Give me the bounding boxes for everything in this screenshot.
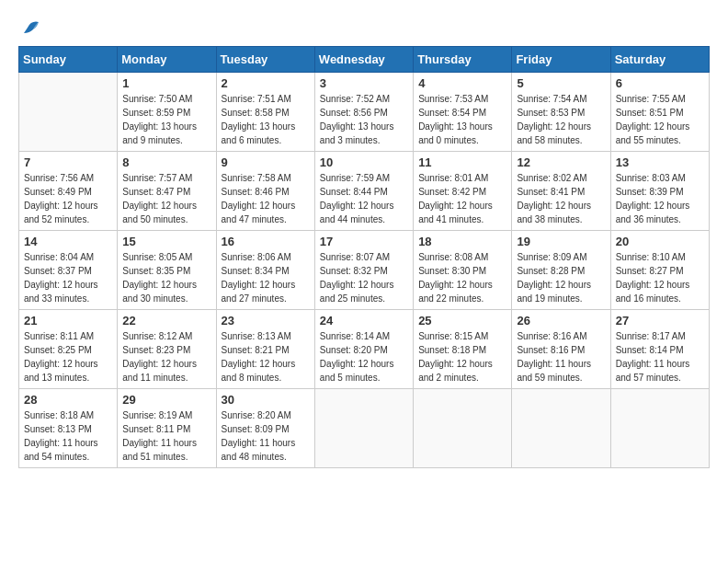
logo-bird-icon [20,18,40,37]
day-number: 16 [222,235,310,248]
day-number: 4 [418,76,506,90]
day-number: 23 [222,314,310,327]
day-number: 27 [616,314,704,327]
calendar-cell: 15Sunrise: 8:05 AM Sunset: 8:35 PM Dayli… [118,231,216,310]
calendar-cell [512,389,610,468]
day-of-week-header: Tuesday [216,47,314,73]
calendar-cell: 2Sunrise: 7:51 AM Sunset: 8:58 PM Daylig… [216,73,314,152]
day-info: Sunrise: 8:07 AM Sunset: 8:32 PM Dayligh… [320,250,408,305]
calendar-cell: 26Sunrise: 8:16 AM Sunset: 8:16 PM Dayli… [512,310,610,389]
day-info: Sunrise: 8:01 AM Sunset: 8:42 PM Dayligh… [418,171,506,226]
calendar-cell: 4Sunrise: 7:53 AM Sunset: 8:54 PM Daylig… [414,73,512,152]
day-number: 24 [320,314,408,327]
day-number: 14 [24,235,112,248]
day-info: Sunrise: 8:08 AM Sunset: 8:30 PM Dayligh… [418,250,506,305]
calendar-cell: 21Sunrise: 8:11 AM Sunset: 8:25 PM Dayli… [19,310,118,389]
calendar-cell: 1Sunrise: 7:50 AM Sunset: 8:59 PM Daylig… [118,73,216,152]
day-number: 17 [320,235,408,248]
day-info: Sunrise: 8:10 AM Sunset: 8:27 PM Dayligh… [616,250,704,305]
calendar-week-row: 1Sunrise: 7:50 AM Sunset: 8:59 PM Daylig… [19,73,710,152]
logo [18,18,40,37]
day-number: 7 [24,155,112,169]
day-info: Sunrise: 7:57 AM Sunset: 8:47 PM Dayligh… [122,171,210,226]
day-info: Sunrise: 8:09 AM Sunset: 8:28 PM Dayligh… [517,250,605,305]
day-info: Sunrise: 8:16 AM Sunset: 8:16 PM Dayligh… [517,329,605,385]
calendar-cell: 11Sunrise: 8:01 AM Sunset: 8:42 PM Dayli… [414,152,512,231]
calendar-cell: 7Sunrise: 7:56 AM Sunset: 8:49 PM Daylig… [19,152,118,231]
day-of-week-header: Sunday [19,47,118,73]
day-info: Sunrise: 7:50 AM Sunset: 8:59 PM Dayligh… [122,92,210,147]
calendar-header-row: SundayMondayTuesdayWednesdayThursdayFrid… [19,47,710,73]
day-info: Sunrise: 8:15 AM Sunset: 8:18 PM Dayligh… [418,329,506,385]
day-info: Sunrise: 8:18 AM Sunset: 8:13 PM Dayligh… [24,408,112,464]
day-info: Sunrise: 7:53 AM Sunset: 8:54 PM Dayligh… [418,92,506,147]
day-info: Sunrise: 8:02 AM Sunset: 8:41 PM Dayligh… [517,171,605,226]
day-number: 12 [517,155,605,169]
day-info: Sunrise: 7:59 AM Sunset: 8:44 PM Dayligh… [320,171,408,226]
page-header [18,18,710,37]
day-of-week-header: Monday [118,47,216,73]
calendar-cell: 20Sunrise: 8:10 AM Sunset: 8:27 PM Dayli… [610,231,709,310]
calendar-cell: 29Sunrise: 8:19 AM Sunset: 8:11 PM Dayli… [118,389,216,468]
calendar-week-row: 28Sunrise: 8:18 AM Sunset: 8:13 PM Dayli… [19,389,710,468]
day-number: 20 [616,235,704,248]
calendar-cell [610,389,709,468]
day-of-week-header: Friday [512,47,610,73]
day-of-week-header: Wednesday [314,47,413,73]
day-info: Sunrise: 7:54 AM Sunset: 8:53 PM Dayligh… [517,92,605,147]
day-number: 13 [616,155,704,169]
calendar-cell: 5Sunrise: 7:54 AM Sunset: 8:53 PM Daylig… [512,73,610,152]
calendar-cell: 25Sunrise: 8:15 AM Sunset: 8:18 PM Dayli… [414,310,512,389]
calendar-table: SundayMondayTuesdayWednesdayThursdayFrid… [18,46,710,468]
calendar-cell [314,389,413,468]
day-number: 2 [222,76,310,90]
calendar-cell: 14Sunrise: 8:04 AM Sunset: 8:37 PM Dayli… [19,231,118,310]
calendar-cell: 10Sunrise: 7:59 AM Sunset: 8:44 PM Dayli… [314,152,413,231]
day-info: Sunrise: 8:17 AM Sunset: 8:14 PM Dayligh… [616,329,704,385]
day-info: Sunrise: 7:52 AM Sunset: 8:56 PM Dayligh… [320,92,408,147]
calendar-week-row: 21Sunrise: 8:11 AM Sunset: 8:25 PM Dayli… [19,310,710,389]
day-info: Sunrise: 8:12 AM Sunset: 8:23 PM Dayligh… [122,329,210,385]
day-info: Sunrise: 8:14 AM Sunset: 8:20 PM Dayligh… [320,329,408,385]
day-number: 26 [517,314,605,327]
day-number: 29 [122,393,210,407]
day-info: Sunrise: 8:04 AM Sunset: 8:37 PM Dayligh… [24,250,112,305]
calendar-week-row: 7Sunrise: 7:56 AM Sunset: 8:49 PM Daylig… [19,152,710,231]
day-number: 21 [24,314,112,327]
day-number: 30 [222,393,310,407]
day-number: 9 [222,155,310,169]
calendar-cell: 18Sunrise: 8:08 AM Sunset: 8:30 PM Dayli… [414,231,512,310]
calendar-cell: 23Sunrise: 8:13 AM Sunset: 8:21 PM Dayli… [216,310,314,389]
day-info: Sunrise: 8:05 AM Sunset: 8:35 PM Dayligh… [122,250,210,305]
day-number: 18 [418,235,506,248]
day-number: 1 [122,76,210,90]
calendar-cell: 16Sunrise: 8:06 AM Sunset: 8:34 PM Dayli… [216,231,314,310]
calendar-cell: 17Sunrise: 8:07 AM Sunset: 8:32 PM Dayli… [314,231,413,310]
day-info: Sunrise: 8:13 AM Sunset: 8:21 PM Dayligh… [222,329,310,385]
calendar-cell: 3Sunrise: 7:52 AM Sunset: 8:56 PM Daylig… [314,73,413,152]
calendar-cell: 9Sunrise: 7:58 AM Sunset: 8:46 PM Daylig… [216,152,314,231]
day-info: Sunrise: 8:11 AM Sunset: 8:25 PM Dayligh… [24,329,112,385]
calendar-cell [19,73,118,152]
day-number: 6 [616,76,704,90]
day-number: 28 [24,393,112,407]
calendar-cell: 13Sunrise: 8:03 AM Sunset: 8:39 PM Dayli… [610,152,709,231]
day-number: 3 [320,76,408,90]
calendar-cell: 12Sunrise: 8:02 AM Sunset: 8:41 PM Dayli… [512,152,610,231]
calendar-cell: 22Sunrise: 8:12 AM Sunset: 8:23 PM Dayli… [118,310,216,389]
day-number: 8 [122,155,210,169]
day-number: 19 [517,235,605,248]
calendar-cell: 19Sunrise: 8:09 AM Sunset: 8:28 PM Dayli… [512,231,610,310]
day-info: Sunrise: 7:51 AM Sunset: 8:58 PM Dayligh… [222,92,310,147]
day-number: 22 [122,314,210,327]
calendar-cell: 6Sunrise: 7:55 AM Sunset: 8:51 PM Daylig… [610,73,709,152]
day-number: 15 [122,235,210,248]
calendar-cell: 8Sunrise: 7:57 AM Sunset: 8:47 PM Daylig… [118,152,216,231]
day-number: 10 [320,155,408,169]
day-info: Sunrise: 8:03 AM Sunset: 8:39 PM Dayligh… [616,171,704,226]
calendar-cell: 28Sunrise: 8:18 AM Sunset: 8:13 PM Dayli… [19,389,118,468]
calendar-week-row: 14Sunrise: 8:04 AM Sunset: 8:37 PM Dayli… [19,231,710,310]
day-info: Sunrise: 8:19 AM Sunset: 8:11 PM Dayligh… [122,408,210,464]
day-number: 5 [517,76,605,90]
day-number: 25 [418,314,506,327]
